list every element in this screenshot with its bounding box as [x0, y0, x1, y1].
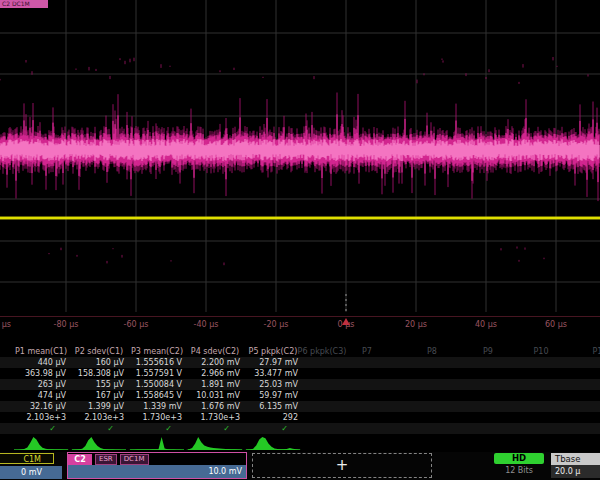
channel-c1-scale[interactable]: 0 mV [0, 466, 62, 479]
param-value: 2.103e+3 [70, 412, 128, 423]
param-value: 158.308 µV [70, 368, 128, 379]
table-row: 32.16 µV1.399 µV1.339 mV1.676 mV6.135 mV [0, 401, 600, 412]
param-value: 27.97 mV [244, 357, 302, 368]
param-header[interactable]: P5 pkpk(C2) [244, 346, 302, 357]
param-value: 1.339 mV [128, 401, 186, 412]
param-value: 363.98 µV [12, 368, 70, 379]
waveform-graticule [0, 0, 600, 312]
param-header-inactive[interactable]: P11 [592, 346, 600, 357]
param-value: 160 µV [70, 357, 128, 368]
bottom-bar: C1M 0 mV C2 ESR DC1M 10.0 mV + HD 12 Bit… [0, 452, 600, 480]
table-row: 2.103e+32.103e+31.730e+31.730e+3292 [0, 412, 600, 423]
channel-c2-label[interactable]: C2 [68, 454, 92, 465]
param-value: 1.730e+3 [186, 412, 244, 423]
param-header[interactable]: P3 mean(C2) [128, 346, 186, 357]
trace-annotation-badge: C2 DC1M [0, 0, 48, 8]
timebase-label: Tbase [551, 453, 600, 465]
time-tick-label: -60 µs [124, 320, 149, 329]
table-row: 440 µV160 µV1.555616 V2.200 mV27.97 mV [0, 357, 600, 368]
timebase-value: 20.0 µ [551, 465, 600, 478]
param-value: 167 µV [70, 390, 128, 401]
table-row: P1 mean(C1)P2 sdev(C1)P3 mean(C2)P4 sdev… [0, 346, 600, 357]
param-value: 2.966 mV [186, 368, 244, 379]
table-row: ✓✓✓✓✓ [0, 423, 600, 434]
time-axis: -100 µs-80 µs-60 µs-40 µs-20 µs0 µs20 µs… [0, 312, 600, 334]
axis-separator-line [0, 316, 600, 317]
param-header-inactive[interactable]: P8 [427, 346, 437, 357]
table-row: 263 µV155 µV1.550084 V1.891 mV25.03 mV [0, 379, 600, 390]
param-value: 32.16 µV [12, 401, 70, 412]
hd-mode-badge[interactable]: HD [494, 453, 544, 464]
channel-c1-descriptor[interactable]: C1M [0, 453, 54, 464]
histicon-thumbnail[interactable] [70, 436, 128, 451]
param-value: 474 µV [12, 390, 70, 401]
param-value: 2.200 mV [186, 357, 244, 368]
param-status-check-icon: ✓ [12, 423, 70, 434]
histicon-row [12, 436, 302, 451]
param-value: 1.557591 V [128, 368, 186, 379]
param-status-check-icon: ✓ [186, 423, 244, 434]
time-tick-label: -80 µs [54, 320, 79, 329]
param-header-inactive[interactable]: P9 [483, 346, 493, 357]
param-value: 1.891 mV [186, 379, 244, 390]
table-row: 474 µV167 µV1.558645 V10.031 mV59.97 mV [0, 390, 600, 401]
time-tick-label: 20 µs [405, 320, 427, 329]
time-tick-label: 40 µs [475, 320, 497, 329]
param-status-check-icon: ✓ [70, 423, 128, 434]
param-value: 6.135 mV [244, 401, 302, 412]
param-value: 1.558645 V [128, 390, 186, 401]
oscilloscope-screen: C2 DC1M -100 µs-80 µs-60 µs-40 µs-20 µs0… [0, 0, 600, 480]
param-value: 1.555616 V [128, 357, 186, 368]
measurement-table: P1 mean(C1)P2 sdev(C1)P3 mean(C2)P4 sdev… [0, 346, 600, 434]
trigger-position-marker[interactable] [342, 318, 350, 325]
param-value: 10.031 mV [186, 390, 244, 401]
param-value: 1.676 mV [186, 401, 244, 412]
param-header-inactive[interactable]: P10 [533, 346, 548, 357]
histicon-thumbnail[interactable] [244, 436, 302, 451]
histicon-thumbnail[interactable] [186, 436, 244, 451]
param-value: 263 µV [12, 379, 70, 390]
param-value: 1.399 µV [70, 401, 128, 412]
table-row: 363.98 µV158.308 µV1.557591 V2.966 mV33.… [0, 368, 600, 379]
histicon-thumbnail[interactable] [128, 436, 186, 451]
timebase-box[interactable]: Tbase 20.0 µ [551, 453, 600, 478]
param-header[interactable]: P1 mean(C1) [12, 346, 70, 357]
param-value: 25.03 mV [244, 379, 302, 390]
channel-c2-badges: C2 ESR DC1M [68, 453, 246, 465]
param-value: 33.477 mV [244, 368, 302, 379]
hd-bits-label: 12 Bits [494, 466, 544, 475]
param-value: 155 µV [70, 379, 128, 390]
time-tick-label: -100 µs [0, 320, 11, 329]
param-value: 2.103e+3 [12, 412, 70, 423]
param-header[interactable]: P4 sdev(C2) [186, 346, 244, 357]
time-tick-label: -40 µs [194, 320, 219, 329]
histicon-thumbnail[interactable] [12, 436, 70, 451]
param-status-check-icon: ✓ [128, 423, 186, 434]
time-tick-label: 60 µs [545, 320, 567, 329]
param-value: 59.97 mV [244, 390, 302, 401]
param-header[interactable]: P2 sdev(C1) [70, 346, 128, 357]
param-value: 440 µV [12, 357, 70, 368]
param-header-inactive[interactable]: P7 [362, 346, 372, 357]
time-tick-label: -20 µs [264, 320, 289, 329]
channel-c2-scale: 10.0 mV [68, 465, 246, 478]
param-value: 1.730e+3 [128, 412, 186, 423]
channel-c2-coupling-badge: DC1M [120, 454, 149, 465]
param-header-inactive[interactable]: P6 pkpk(C3) [298, 346, 347, 357]
add-trace-button[interactable]: + [252, 453, 432, 478]
param-status-check-icon: ✓ [244, 423, 302, 434]
channel-c2-esr-badge: ESR [95, 454, 117, 465]
channel-c2-descriptor[interactable]: C2 ESR DC1M 10.0 mV [67, 452, 247, 479]
param-value: 292 [244, 412, 302, 423]
param-value: 1.550084 V [128, 379, 186, 390]
